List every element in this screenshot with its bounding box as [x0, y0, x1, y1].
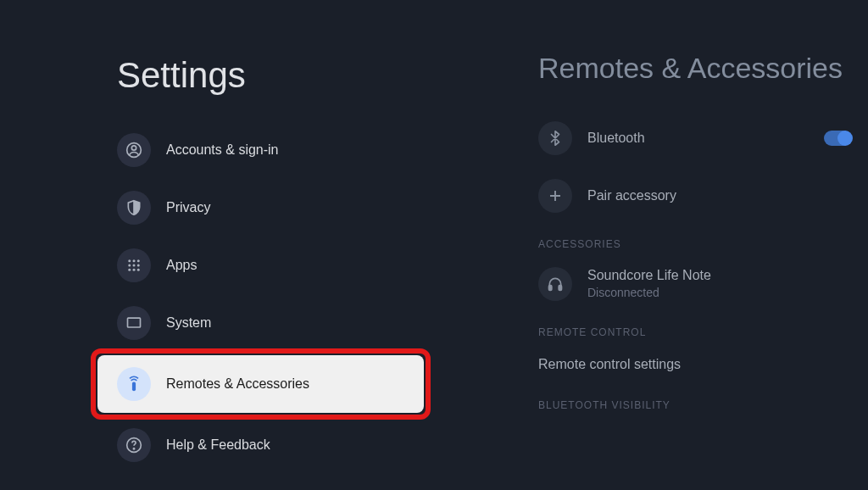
svg-point-6	[133, 264, 136, 267]
pair-label: Pair accessory	[587, 188, 860, 203]
svg-point-14	[133, 448, 134, 449]
svg-rect-12	[132, 382, 136, 392]
detail-panel: Remotes & Accessories Bluetooth Pair acc…	[513, 0, 868, 490]
svg-point-5	[128, 264, 131, 267]
svg-point-10	[137, 269, 140, 271]
svg-point-4	[137, 259, 140, 262]
remote-icon	[117, 367, 151, 401]
bluetooth-icon	[538, 121, 572, 155]
svg-point-3	[133, 259, 136, 262]
sidebar-item-label: System	[166, 315, 211, 331]
svg-point-8	[128, 269, 131, 271]
sidebar-item-privacy[interactable]: Privacy	[0, 179, 513, 237]
apps-icon	[117, 248, 151, 282]
bluetooth-row[interactable]: Bluetooth	[538, 109, 860, 167]
bluetooth-label: Bluetooth	[587, 131, 824, 146]
svg-point-2	[128, 259, 131, 262]
settings-sidebar: Settings Accounts & sign-in Privacy	[0, 0, 513, 490]
sidebar-item-label: Privacy	[166, 200, 210, 215]
pair-accessory-row[interactable]: Pair accessory	[538, 167, 860, 225]
page-title: Settings	[117, 55, 513, 96]
sidebar-item-system[interactable]: System	[0, 294, 513, 352]
sidebar-item-label: Help & Feedback	[166, 437, 270, 453]
svg-rect-15	[549, 285, 552, 290]
account-icon	[117, 133, 151, 167]
help-icon	[117, 428, 151, 462]
accessories-section-header: ACCESSORIES	[538, 238, 860, 250]
accessory-status: Disconnected	[587, 286, 860, 299]
remote-settings-row[interactable]: Remote control settings	[538, 343, 860, 386]
sidebar-item-remotes[interactable]: Remotes & Accessories	[97, 355, 424, 413]
detail-title: Remotes & Accessories	[538, 51, 860, 86]
sidebar-item-help[interactable]: Help & Feedback	[0, 416, 513, 474]
sidebar-item-label: Remotes & Accessories	[166, 376, 309, 392]
accessory-row[interactable]: Soundcore Life Note Disconnected	[538, 255, 860, 313]
svg-point-9	[133, 269, 136, 271]
sidebar-item-label: Apps	[166, 258, 197, 273]
sidebar-item-apps[interactable]: Apps	[0, 237, 513, 294]
monitor-icon	[117, 306, 151, 340]
plus-icon	[538, 179, 572, 213]
sidebar-item-label: Accounts & sign-in	[166, 142, 279, 158]
svg-rect-16	[559, 285, 561, 290]
remote-control-section-header: REMOTE CONTROL	[538, 326, 860, 338]
headphones-icon	[538, 267, 572, 301]
svg-point-1	[131, 146, 136, 150]
bluetooth-toggle[interactable]	[824, 131, 851, 146]
svg-point-7	[137, 264, 140, 267]
accessory-name: Soundcore Life Note	[587, 268, 860, 283]
svg-rect-11	[128, 318, 141, 327]
sidebar-item-accounts[interactable]: Accounts & sign-in	[0, 121, 513, 179]
bt-visibility-section-header: BLUETOOTH VISIBILITY	[538, 399, 860, 411]
settings-menu: Accounts & sign-in Privacy Apps	[0, 121, 513, 474]
shield-icon	[117, 191, 151, 225]
